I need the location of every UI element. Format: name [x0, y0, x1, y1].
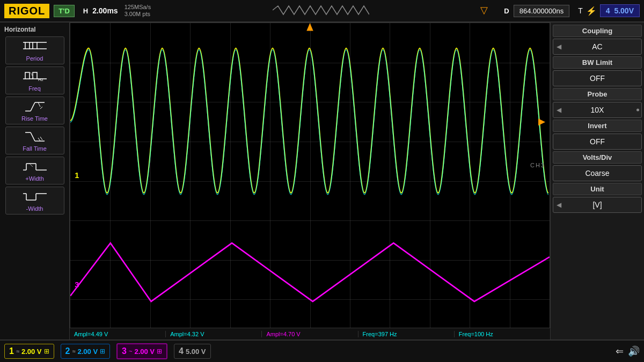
usb-icon: ⇐ [616, 345, 624, 357]
period-label: Period [26, 55, 43, 62]
probe-left-arrow: ◀ [557, 106, 561, 114]
ch3-number: 3 [122, 346, 127, 356]
channel-2-box[interactable]: 2 ≈ 2.00 V ⊞ [61, 344, 111, 359]
svg-text:▶: ▶ [538, 116, 546, 127]
minuswidth-label: -Width [26, 205, 43, 212]
coupling-value-button[interactable]: ◀ AC [553, 39, 642, 55]
measurement-4: Freq=397 Hz [358, 331, 455, 337]
ch1-sign: ≈ [16, 348, 19, 354]
sidebar-item-falltime[interactable]: Fall Time [5, 127, 64, 154]
ch2-icon: ⊞ [100, 348, 105, 355]
channel-1-box[interactable]: 1 ≈ 2.00 V ⊞ [4, 344, 54, 359]
sidebar: Horizontal Period Hz Freq [0, 23, 70, 339]
svg-text:1: 1 [75, 171, 79, 180]
unit-value: [V] [592, 201, 602, 209]
ch3-sign: ~ [129, 348, 132, 354]
sidebar-item-minuswidth[interactable]: -Width [5, 187, 64, 215]
trigger-label: D [504, 7, 509, 15]
volt-top: 5.00V [614, 6, 634, 15]
trigger-time: 864.000000ns [514, 5, 569, 17]
sidebar-item-freq[interactable]: Hz Freq [5, 67, 64, 94]
svg-line-19 [40, 107, 42, 109]
svg-line-18 [38, 102, 40, 107]
t-marker: T [578, 6, 583, 15]
ch3-icon: ⊞ [157, 348, 162, 355]
svg-text:Hz: Hz [38, 77, 43, 82]
trigger-icon: ⚡ [586, 6, 597, 16]
svg-line-30 [30, 164, 33, 167]
ch1-icon: ⊞ [44, 348, 49, 355]
invert-value-button[interactable]: OFF [553, 134, 642, 150]
falltime-label: Fall Time [23, 145, 47, 152]
ch2-number: 2 [65, 346, 70, 356]
svg-line-21 [31, 132, 35, 141]
ch2-sign: ≈ [72, 348, 75, 354]
svg-line-13 [31, 72, 34, 79]
channel-bar: 1 ≈ 2.00 V ⊞ 2 ≈ 2.00 V ⊞ 3 ~ 2.00 V ⊞ 4… [0, 339, 644, 362]
svg-text:3: 3 [75, 280, 79, 289]
h-label: H [83, 7, 88, 15]
waveform-display: 1 3 ▶ [70, 23, 550, 339]
probe-dot [636, 109, 639, 112]
ch3-vert-label: CH3 [530, 162, 545, 168]
unit-section-label: Unit [553, 183, 642, 195]
invert-section-label: Invert [553, 120, 642, 132]
mem-depth: 3.00M pts [125, 11, 151, 18]
ch-num-top: 4 [606, 6, 610, 15]
measurement-1: Ampl=4.49 V [70, 331, 166, 337]
measurement-2: Ampl=4.32 V [166, 331, 262, 337]
risetime-label: Rise Time [21, 115, 48, 122]
audio-icon: 🔊 [628, 345, 640, 357]
sidebar-item-risetime[interactable]: Rise Time [5, 97, 64, 124]
oscilloscope-screen: 1 3 ▶ CH3 [70, 23, 550, 339]
wave-icon [155, 4, 487, 18]
svg-rect-1 [33, 42, 37, 49]
svg-rect-0 [25, 42, 30, 49]
sample-rate: 125MSa/s [125, 4, 151, 11]
right-panel: Coupling ◀ AC BW Limit OFF Probe ◀ 10X I… [550, 23, 644, 339]
h-timebase: 2.00ms [92, 6, 118, 15]
pluswidth-label: +Width [25, 175, 44, 182]
freq-label: Freq [28, 85, 41, 92]
svg-line-24 [40, 137, 42, 140]
status-bar: Ampl=4.49 V Ampl=4.32 V Ampl=4.70 V Freq… [70, 328, 550, 339]
ch2-voltage: 2.00 V [78, 348, 98, 356]
ch4-voltage-top: 4 5.00V [600, 4, 640, 17]
channel-3-box[interactable]: 3 ~ 2.00 V ⊞ [116, 343, 167, 359]
bw-limit-section-label: BW Limit [553, 56, 642, 69]
bottom-right-icons: ⇐ 🔊 [616, 345, 640, 357]
ch4-voltage: 5.00 V [186, 348, 206, 356]
bw-limit-value-button[interactable]: OFF [553, 70, 642, 86]
probe-value: 10X [591, 106, 604, 114]
bw-limit-value: OFF [590, 74, 605, 83]
sidebar-item-pluswidth[interactable]: +Width [5, 157, 64, 184]
svg-line-23 [38, 138, 40, 141]
unit-value-button[interactable]: ◀ [V] [553, 197, 642, 213]
sidebar-header: Horizontal [4, 26, 36, 33]
volts-div-value: Coarse [585, 169, 609, 178]
measurement-5: Freq=100 Hz [455, 331, 550, 337]
probe-value-button[interactable]: ◀ 10X [553, 102, 642, 118]
ch1-voltage: 2.00 V [21, 348, 42, 356]
svg-line-16 [31, 102, 35, 111]
ch3-voltage: 2.00 V [134, 348, 155, 356]
rigol-logo: RIGOL [4, 4, 49, 18]
mode-button[interactable]: T'D [54, 5, 74, 17]
coupling-value: AC [592, 42, 602, 51]
sidebar-item-period[interactable]: Period [5, 36, 64, 64]
measurement-3: Ampl=4.70 V [262, 331, 358, 337]
ch1-number: 1 [9, 346, 14, 356]
volts-div-section-label: Volts/Div [553, 151, 642, 164]
svg-rect-8 [25, 72, 30, 79]
unit-left-arrow: ◀ [557, 201, 561, 209]
coupling-left-arrow: ◀ [557, 43, 561, 50]
probe-section-label: Probe [553, 88, 642, 100]
topbar: RIGOL T'D H 2.00ms 125MSa/s 3.00M pts ▽ … [0, 0, 644, 23]
svg-marker-38 [306, 23, 313, 31]
ch4-number: 4 [179, 346, 184, 356]
volts-div-value-button[interactable]: Coarse [553, 165, 642, 181]
coupling-section-label: Coupling [553, 25, 642, 37]
channel-4-box[interactable]: 4 5.00 V [174, 344, 211, 359]
invert-value: OFF [590, 137, 605, 146]
